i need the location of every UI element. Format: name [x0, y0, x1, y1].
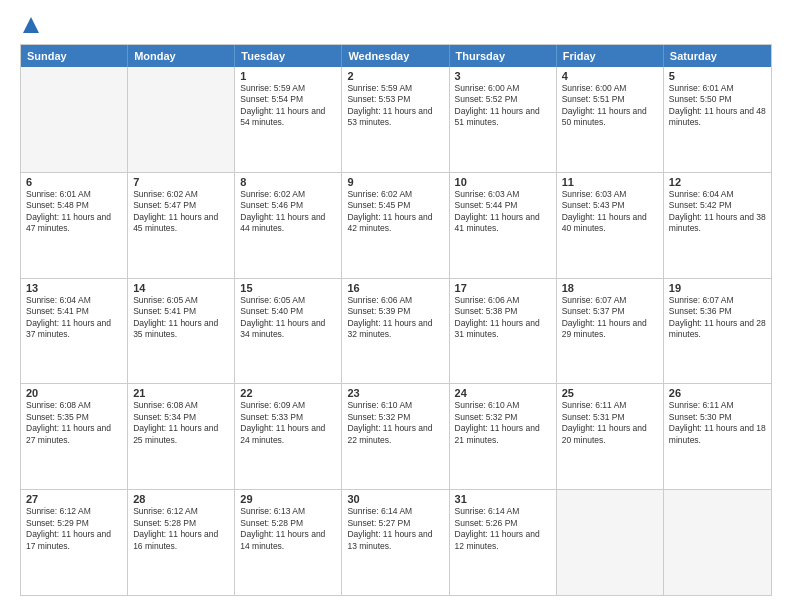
day-cell-29: 29Sunrise: 6:13 AMSunset: 5:28 PMDayligh… [235, 490, 342, 595]
day-header-saturday: Saturday [664, 45, 771, 67]
day-cell-2: 2Sunrise: 5:59 AMSunset: 5:53 PMDaylight… [342, 67, 449, 172]
day-number: 13 [26, 282, 122, 294]
day-cell-22: 22Sunrise: 6:09 AMSunset: 5:33 PMDayligh… [235, 384, 342, 489]
day-info: Sunrise: 6:02 AMSunset: 5:45 PMDaylight:… [347, 189, 443, 235]
day-cell-8: 8Sunrise: 6:02 AMSunset: 5:46 PMDaylight… [235, 173, 342, 278]
day-info: Sunrise: 6:04 AMSunset: 5:42 PMDaylight:… [669, 189, 766, 235]
day-number: 23 [347, 387, 443, 399]
day-info: Sunrise: 6:12 AMSunset: 5:28 PMDaylight:… [133, 506, 229, 552]
day-info: Sunrise: 6:01 AMSunset: 5:48 PMDaylight:… [26, 189, 122, 235]
day-number: 31 [455, 493, 551, 505]
day-number: 18 [562, 282, 658, 294]
day-number: 24 [455, 387, 551, 399]
day-info: Sunrise: 6:03 AMSunset: 5:44 PMDaylight:… [455, 189, 551, 235]
day-info: Sunrise: 6:14 AMSunset: 5:27 PMDaylight:… [347, 506, 443, 552]
day-info: Sunrise: 6:08 AMSunset: 5:34 PMDaylight:… [133, 400, 229, 446]
day-info: Sunrise: 6:06 AMSunset: 5:39 PMDaylight:… [347, 295, 443, 341]
calendar-row-5: 27Sunrise: 6:12 AMSunset: 5:29 PMDayligh… [21, 489, 771, 595]
day-info: Sunrise: 6:04 AMSunset: 5:41 PMDaylight:… [26, 295, 122, 341]
day-number: 12 [669, 176, 766, 188]
day-number: 8 [240, 176, 336, 188]
empty-cell [21, 67, 128, 172]
calendar-header: SundayMondayTuesdayWednesdayThursdayFrid… [21, 45, 771, 67]
day-number: 22 [240, 387, 336, 399]
day-header-monday: Monday [128, 45, 235, 67]
day-number: 29 [240, 493, 336, 505]
day-number: 4 [562, 70, 658, 82]
logo-icon [22, 16, 40, 34]
day-info: Sunrise: 6:02 AMSunset: 5:47 PMDaylight:… [133, 189, 229, 235]
day-number: 2 [347, 70, 443, 82]
day-info: Sunrise: 6:03 AMSunset: 5:43 PMDaylight:… [562, 189, 658, 235]
day-cell-28: 28Sunrise: 6:12 AMSunset: 5:28 PMDayligh… [128, 490, 235, 595]
day-number: 11 [562, 176, 658, 188]
day-number: 9 [347, 176, 443, 188]
day-cell-7: 7Sunrise: 6:02 AMSunset: 5:47 PMDaylight… [128, 173, 235, 278]
day-number: 19 [669, 282, 766, 294]
day-info: Sunrise: 6:05 AMSunset: 5:41 PMDaylight:… [133, 295, 229, 341]
day-cell-18: 18Sunrise: 6:07 AMSunset: 5:37 PMDayligh… [557, 279, 664, 384]
day-number: 5 [669, 70, 766, 82]
day-info: Sunrise: 6:05 AMSunset: 5:40 PMDaylight:… [240, 295, 336, 341]
day-info: Sunrise: 6:10 AMSunset: 5:32 PMDaylight:… [455, 400, 551, 446]
day-number: 15 [240, 282, 336, 294]
day-header-sunday: Sunday [21, 45, 128, 67]
page: SundayMondayTuesdayWednesdayThursdayFrid… [0, 0, 792, 612]
header [20, 16, 772, 34]
day-info: Sunrise: 6:02 AMSunset: 5:46 PMDaylight:… [240, 189, 336, 235]
day-info: Sunrise: 6:09 AMSunset: 5:33 PMDaylight:… [240, 400, 336, 446]
svg-marker-0 [23, 17, 39, 33]
day-number: 17 [455, 282, 551, 294]
day-cell-24: 24Sunrise: 6:10 AMSunset: 5:32 PMDayligh… [450, 384, 557, 489]
day-header-thursday: Thursday [450, 45, 557, 67]
empty-cell [664, 490, 771, 595]
day-cell-26: 26Sunrise: 6:11 AMSunset: 5:30 PMDayligh… [664, 384, 771, 489]
logo [20, 16, 40, 34]
empty-cell [557, 490, 664, 595]
day-number: 30 [347, 493, 443, 505]
calendar-row-1: 1Sunrise: 5:59 AMSunset: 5:54 PMDaylight… [21, 67, 771, 172]
day-cell-19: 19Sunrise: 6:07 AMSunset: 5:36 PMDayligh… [664, 279, 771, 384]
day-number: 21 [133, 387, 229, 399]
day-number: 6 [26, 176, 122, 188]
day-info: Sunrise: 6:13 AMSunset: 5:28 PMDaylight:… [240, 506, 336, 552]
day-cell-15: 15Sunrise: 6:05 AMSunset: 5:40 PMDayligh… [235, 279, 342, 384]
day-number: 26 [669, 387, 766, 399]
day-cell-11: 11Sunrise: 6:03 AMSunset: 5:43 PMDayligh… [557, 173, 664, 278]
day-info: Sunrise: 6:07 AMSunset: 5:36 PMDaylight:… [669, 295, 766, 341]
day-info: Sunrise: 6:07 AMSunset: 5:37 PMDaylight:… [562, 295, 658, 341]
day-info: Sunrise: 6:06 AMSunset: 5:38 PMDaylight:… [455, 295, 551, 341]
calendar: SundayMondayTuesdayWednesdayThursdayFrid… [20, 44, 772, 596]
calendar-row-4: 20Sunrise: 6:08 AMSunset: 5:35 PMDayligh… [21, 383, 771, 489]
day-info: Sunrise: 6:10 AMSunset: 5:32 PMDaylight:… [347, 400, 443, 446]
day-cell-4: 4Sunrise: 6:00 AMSunset: 5:51 PMDaylight… [557, 67, 664, 172]
day-cell-20: 20Sunrise: 6:08 AMSunset: 5:35 PMDayligh… [21, 384, 128, 489]
day-cell-1: 1Sunrise: 5:59 AMSunset: 5:54 PMDaylight… [235, 67, 342, 172]
day-info: Sunrise: 6:00 AMSunset: 5:52 PMDaylight:… [455, 83, 551, 129]
day-cell-10: 10Sunrise: 6:03 AMSunset: 5:44 PMDayligh… [450, 173, 557, 278]
day-header-friday: Friday [557, 45, 664, 67]
day-info: Sunrise: 5:59 AMSunset: 5:54 PMDaylight:… [240, 83, 336, 129]
day-cell-23: 23Sunrise: 6:10 AMSunset: 5:32 PMDayligh… [342, 384, 449, 489]
day-cell-14: 14Sunrise: 6:05 AMSunset: 5:41 PMDayligh… [128, 279, 235, 384]
day-cell-6: 6Sunrise: 6:01 AMSunset: 5:48 PMDaylight… [21, 173, 128, 278]
day-info: Sunrise: 6:11 AMSunset: 5:30 PMDaylight:… [669, 400, 766, 446]
day-number: 16 [347, 282, 443, 294]
day-cell-9: 9Sunrise: 6:02 AMSunset: 5:45 PMDaylight… [342, 173, 449, 278]
day-info: Sunrise: 6:08 AMSunset: 5:35 PMDaylight:… [26, 400, 122, 446]
day-cell-13: 13Sunrise: 6:04 AMSunset: 5:41 PMDayligh… [21, 279, 128, 384]
day-cell-12: 12Sunrise: 6:04 AMSunset: 5:42 PMDayligh… [664, 173, 771, 278]
day-number: 14 [133, 282, 229, 294]
day-number: 28 [133, 493, 229, 505]
day-cell-27: 27Sunrise: 6:12 AMSunset: 5:29 PMDayligh… [21, 490, 128, 595]
day-number: 25 [562, 387, 658, 399]
day-info: Sunrise: 6:11 AMSunset: 5:31 PMDaylight:… [562, 400, 658, 446]
day-info: Sunrise: 6:01 AMSunset: 5:50 PMDaylight:… [669, 83, 766, 129]
day-cell-31: 31Sunrise: 6:14 AMSunset: 5:26 PMDayligh… [450, 490, 557, 595]
day-info: Sunrise: 6:00 AMSunset: 5:51 PMDaylight:… [562, 83, 658, 129]
day-cell-3: 3Sunrise: 6:00 AMSunset: 5:52 PMDaylight… [450, 67, 557, 172]
day-cell-17: 17Sunrise: 6:06 AMSunset: 5:38 PMDayligh… [450, 279, 557, 384]
day-info: Sunrise: 6:14 AMSunset: 5:26 PMDaylight:… [455, 506, 551, 552]
calendar-body: 1Sunrise: 5:59 AMSunset: 5:54 PMDaylight… [21, 67, 771, 595]
day-cell-30: 30Sunrise: 6:14 AMSunset: 5:27 PMDayligh… [342, 490, 449, 595]
